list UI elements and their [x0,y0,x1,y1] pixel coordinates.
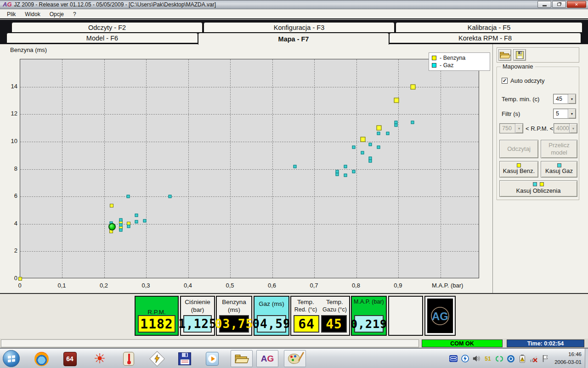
battery-warning-icon[interactable] [518,355,526,363]
x-gridline [314,59,315,278]
tab-kalibracja-f5[interactable]: Kalibracja - F5 [396,22,582,33]
chevron-down-icon[interactable]: ▼ [568,94,576,104]
start-button[interactable] [3,350,20,367]
legend-label-benzyna: - Benzyna [440,55,465,61]
rpm-min-combo[interactable]: 750 ▼ [499,123,523,133]
y-gridline [20,224,479,224]
temp-min-combo[interactable]: 45 ▼ [553,94,576,104]
data-point-benzyna [377,126,382,131]
globe-tray-icon[interactable] [449,355,458,363]
tab-model-f6[interactable]: Model - F6 [6,33,198,43]
map-label: M.A.P. (bar) [352,297,386,306]
benzyna-swatch-icon [432,56,436,60]
show-desktop-button[interactable] [585,349,588,368]
menu-plik[interactable]: Plik [3,10,20,18]
tab-strip: Odczyty - F2 Konfiguracja - F3 Kalibracj… [0,20,588,44]
save-file-button[interactable] [513,49,526,61]
odczytaj-button[interactable]: Odczytaj [499,140,538,158]
data-point-gaz [119,223,122,226]
sun-icon[interactable]: ☀ [91,351,108,367]
data-point-gaz [135,220,138,223]
status-empty-panel [1,339,419,347]
winamp-icon[interactable] [149,351,165,367]
bolt-tray-icon[interactable] [461,355,469,363]
gauge-benzyna: Benzyna(ms) 03,75 [216,296,252,336]
benzyna-value: 03,75 [219,315,249,333]
data-point-gaz [361,151,364,154]
menu-opcje[interactable]: Opcje [45,10,68,18]
x-gridline [398,59,399,278]
chevron-down-icon: ▼ [569,124,577,133]
firefox-icon[interactable] [33,351,50,367]
gauge-temp: Temp.Red. (°c) Temp.Gazu (°c) 64 45 [290,296,350,336]
menu-widok[interactable]: Widok [21,10,44,18]
auto-odczyty-checkbox[interactable]: ✓ [502,78,508,84]
cpu64-icon[interactable]: 64 [62,351,78,367]
kasuj-obliczenia-button[interactable]: Kasuj Obliczenia [499,180,577,197]
x-tick-label: 0,6 [268,282,276,289]
tab-korekta-rpm-f8[interactable]: Korekta RPM - F8 [389,33,581,43]
chevron-down-icon[interactable]: ▼ [568,109,576,118]
data-point-benzyna [411,84,416,89]
paint-taskbar-button[interactable] [284,350,306,367]
data-point-benzyna [394,98,399,103]
restore-button[interactable] [552,1,566,8]
chart-x-axis-label: M.A.P. (bar) [432,282,463,289]
chevron-down-icon: ▼ [515,124,523,133]
benzyna-swatch-icon [517,163,521,167]
kasuj-gaz-label: Kasuj Gaz [545,167,573,175]
green-link-icon[interactable] [495,355,503,363]
data-point-gaz [344,173,347,177]
data-point-benzyna [360,137,365,142]
update-icon[interactable] [507,355,515,363]
legend-label-gaz: - Gaz [440,62,454,69]
x-tick-label: 0,8 [352,282,360,289]
flag-icon[interactable] [541,355,549,363]
data-point-gaz [143,219,146,223]
kasuj-gaz-button[interactable]: Kasuj Gaz [541,161,577,178]
x-tick-label: 0,7 [310,282,318,289]
y-tick-label: 4 [1,220,17,227]
file-toolbar [497,47,579,63]
taskbar-clock[interactable]: 16:46 2006-03-01 [554,351,582,366]
kasuj-benz-button[interactable]: Kasuj Benz. [499,161,538,178]
x-gridline [230,59,231,278]
network-error-icon[interactable] [530,355,538,363]
cpu-load-badge[interactable]: 51 [484,355,492,363]
tab-mapa-f7[interactable]: Mapa - F7 [198,33,389,45]
y-gridline [20,251,479,252]
x-tick-label: 0,9 [394,282,402,289]
legend-item-gaz: - Gaz [432,62,487,69]
rpm-max-combo[interactable]: 4000 ▼ [554,123,577,133]
groupbox-label: Mapowanie [501,63,535,70]
media-player-icon[interactable] [204,351,220,367]
data-point-benzyna [18,277,22,281]
data-point-gaz [352,145,356,149]
przelicz-model-button[interactable]: Przelicz model [541,140,577,158]
x-tick-label: 0,3 [141,282,150,289]
time-status-badge: Time: 0:02:54 [507,339,584,347]
minimize-button[interactable] [537,1,551,8]
speaker-icon[interactable] [472,355,481,363]
y-tick-label: 2 [1,247,17,254]
app-logo-icon: AG [3,1,12,8]
tab-konfiguracja-f3[interactable]: Konfiguracja - F3 [204,22,395,33]
temp-gazu-value: 45 [321,315,347,333]
gauge-gaz: Gaz (ms) 04,59 [254,296,289,336]
open-file-button[interactable] [498,49,511,61]
ag-app-taskbar-button[interactable]: AG [256,350,278,367]
paint-palette-icon [288,352,302,365]
data-point-gaz [369,159,372,162]
tab-odczyty-f2[interactable]: Odczyty - F2 [11,22,203,33]
x-gridline [272,59,273,278]
close-button[interactable]: ✕ [567,1,586,8]
thermometer-icon[interactable] [120,351,137,367]
gaz-value: 04,59 [257,315,286,333]
ag-app-icon: AG [261,354,274,364]
floppy-save-icon[interactable] [176,351,193,367]
cisnienie-value: 1,125 [183,315,212,333]
gaz-swatch-icon [432,63,436,68]
explorer-taskbar-button[interactable] [231,350,253,367]
menu-help[interactable]: ? [69,10,80,18]
filtr-combo[interactable]: 5 ▼ [553,109,576,119]
